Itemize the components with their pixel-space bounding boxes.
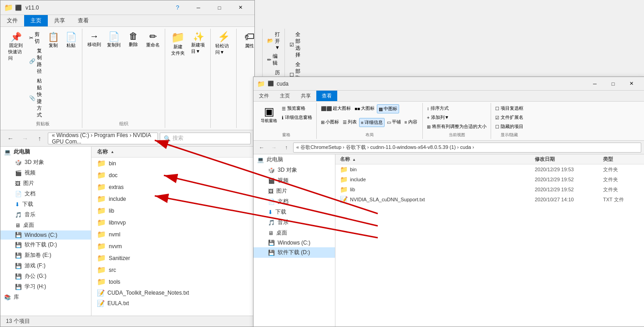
hidden-items-btn[interactable]: ☐隐藏的项目 (494, 123, 525, 131)
file-item-extras[interactable]: 📁extras (91, 181, 254, 193)
second-sidebar-c[interactable]: 💾Windows (C:) (254, 238, 335, 247)
copy-to-btn[interactable]: 📄复制到 (105, 30, 123, 49)
item-checkbox-btn[interactable]: ☐项目复选框 (494, 104, 525, 112)
second-sidebar-pictures[interactable]: 🖼图片 (254, 186, 335, 196)
second-close-btn[interactable]: ✕ (622, 77, 640, 91)
large-icons-btn[interactable]: ■■大图标 (353, 104, 376, 112)
second-maximize-btn[interactable]: □ (604, 77, 622, 91)
properties-btn[interactable]: 🏷属性 (239, 30, 259, 50)
edit-btn[interactable]: ✏编辑 (265, 52, 282, 67)
sidebar-item-e[interactable]: 💾 新加卷 (E:) (0, 250, 91, 261)
forward-btn[interactable]: → (19, 132, 31, 145)
second-file-item-nvidia-sla[interactable]: 📝 NVIDIA_SLA_cuDNN_Support.txt 2020/10/2… (335, 194, 644, 204)
sidebar-item-pc[interactable]: 💻 此电脑 (0, 147, 91, 157)
second-sidebar-desktop[interactable]: 🖥桌面 (254, 228, 335, 238)
help-btn[interactable]: ? (167, 0, 188, 15)
open-btn[interactable]: 📂打开▼ (265, 30, 282, 51)
nav-pane-btn[interactable]: ▣导航窗格 (259, 104, 279, 125)
paste-shortcut-btn[interactable]: 📎粘贴快捷方式 (27, 77, 44, 119)
second-tab-home[interactable]: 主页 (274, 91, 295, 101)
second-address-bar[interactable]: « 谷歌ChromeSetup › 谷歌下载 › cudnn-11.0-wind… (293, 143, 641, 153)
medium-icons-btn[interactable]: ▦中图标 (377, 104, 399, 113)
second-sidebar-3d[interactable]: 🎲3D 对象 (254, 165, 335, 175)
sidebar-item-video[interactable]: 🎬 视频 (0, 168, 91, 178)
second-forward-btn[interactable]: → (269, 142, 279, 153)
list-btn[interactable]: ☰列表 (341, 118, 358, 126)
delete-btn[interactable]: 🗑删除 (124, 30, 142, 49)
sidebar-item-h[interactable]: 💾 学习 (H:) (0, 281, 91, 292)
second-sidebar-d[interactable]: 💾软件下载 (D:) (254, 247, 335, 258)
file-ext-btn[interactable]: ☑文件扩展名 (494, 113, 525, 122)
file-item-doc[interactable]: 📁doc (91, 169, 254, 181)
second-file-item-include[interactable]: 📁 include 2020/12/29 19:52 文件夹 (335, 174, 644, 184)
sort-by-btn[interactable]: ↕排序方式 (426, 104, 488, 112)
back-btn[interactable]: ← (4, 132, 17, 145)
second-col-date[interactable]: 修改日期 (535, 156, 555, 162)
select-all-btn[interactable]: ☑全部选择 (288, 30, 302, 59)
second-col-name[interactable]: 名称 (340, 156, 350, 162)
file-item-nvml[interactable]: 📁nvml (91, 229, 254, 240)
sidebar-item-music[interactable]: 🎵 音乐 (0, 209, 91, 220)
file-item-bin[interactable]: 📁bin (91, 158, 254, 169)
second-minimize-btn[interactable]: ─ (586, 77, 604, 91)
easy-access-btn[interactable]: ⚡轻松访问▼ (213, 30, 233, 56)
second-sidebar-downloads[interactable]: ⬇下载 (254, 207, 335, 217)
sidebar-item-pictures[interactable]: 🖼 图片 (0, 178, 91, 189)
file-item-eula[interactable]: 📝EULA.txt (91, 298, 254, 309)
extra-large-icons-btn[interactable]: ⬛⬛超大图标 (319, 104, 352, 112)
tab-view[interactable]: 查看 (71, 15, 95, 26)
details-btn[interactable]: ≡详细信息 (359, 118, 385, 127)
tab-share[interactable]: 共享 (48, 15, 71, 26)
new-folder-btn[interactable]: 📁新建文件夹 (168, 30, 188, 57)
sidebar-item-desktop[interactable]: 🖥 桌面 (0, 220, 91, 230)
file-item-include[interactable]: 📁include (91, 193, 254, 205)
file-item-lib[interactable]: 📁lib (91, 205, 254, 217)
search-bar[interactable]: 🔍 搜索 (160, 133, 251, 144)
second-sidebar-music[interactable]: 🎵音乐 (254, 217, 335, 228)
file-item-src[interactable]: 📁src (91, 264, 254, 276)
close-btn[interactable]: ✕ (230, 0, 251, 15)
second-file-item-lib[interactable]: 📁 lib 2020/12/29 19:52 文件夹 (335, 184, 644, 194)
sidebar-item-d[interactable]: 💾 软件下载 (D:) (0, 240, 91, 250)
second-sidebar-documents[interactable]: 📄文档 (254, 196, 335, 207)
second-col-type[interactable]: 类型 (603, 156, 613, 162)
maximize-btn[interactable]: □ (209, 0, 230, 15)
copy-btn[interactable]: 📋 复制 (45, 30, 61, 50)
small-icons-btn[interactable]: ⊞小图标 (319, 118, 340, 126)
minimize-btn[interactable]: ─ (188, 0, 209, 15)
second-tab-view[interactable]: 查看 (316, 91, 337, 101)
file-item-tools[interactable]: 📁tools (91, 276, 254, 288)
file-item-nvvm[interactable]: 📁nvvm (91, 240, 254, 252)
content-btn[interactable]: ≡内容 (403, 118, 419, 126)
sidebar-item-documents[interactable]: 📄 文档 (0, 189, 91, 199)
sidebar-item-f[interactable]: 💾 游戏 (F:) (0, 261, 91, 271)
details-pane-btn[interactable]: ℹ详细信息窗格 (280, 113, 314, 122)
move-to-btn[interactable]: →移动到 (85, 30, 103, 49)
second-sidebar-video[interactable]: 🎬视频 (254, 175, 335, 186)
cut-btn[interactable]: ✂剪切 (27, 30, 44, 46)
tab-file[interactable]: 文件 (0, 15, 24, 26)
col-name-header[interactable]: 名称 (97, 148, 108, 156)
fit-columns-btn[interactable]: ⊞将所有列调整为合适的大小 (426, 123, 488, 131)
sidebar-item-g[interactable]: 💾 办公 (G:) (0, 271, 91, 281)
second-file-item-bin[interactable]: 📁 bin 2020/12/29 19:53 文件夹 (335, 164, 644, 174)
rename-btn[interactable]: ✏重命名 (144, 30, 162, 49)
file-item-libnvvp[interactable]: 📁libnvvp (91, 217, 254, 229)
preview-pane-btn[interactable]: ☰预览窗格 (280, 104, 314, 112)
second-sidebar-pc[interactable]: 💻此电脑 (254, 154, 335, 165)
second-tab-share[interactable]: 共享 (295, 91, 316, 101)
tab-home[interactable]: 主页 (24, 15, 48, 26)
sidebar-item-c[interactable]: 💾 Windows (C:) (0, 230, 91, 240)
address-bar[interactable]: « Windows (C:) › Program Files › NVIDIA … (48, 133, 158, 144)
second-tab-file[interactable]: 文件 (254, 91, 274, 101)
second-up-btn[interactable]: ↑ (281, 142, 292, 153)
second-back-btn[interactable]: ← (256, 142, 267, 153)
copy-path-btn[interactable]: 🔗复制路径 (27, 46, 44, 76)
sidebar-item-library[interactable]: 📚 库 (0, 292, 91, 302)
tiles-btn[interactable]: ▭平铺 (385, 118, 402, 126)
up-btn[interactable]: ↑ (33, 132, 46, 145)
sidebar-item-3d[interactable]: 🎲 3D 对象 (0, 157, 91, 168)
add-column-btn[interactable]: +添加列▼ (426, 113, 488, 122)
new-item-btn[interactable]: ✨新建项目▼ (189, 30, 208, 56)
pin-btn[interactable]: 📌 固定到快速访问 (6, 30, 26, 63)
